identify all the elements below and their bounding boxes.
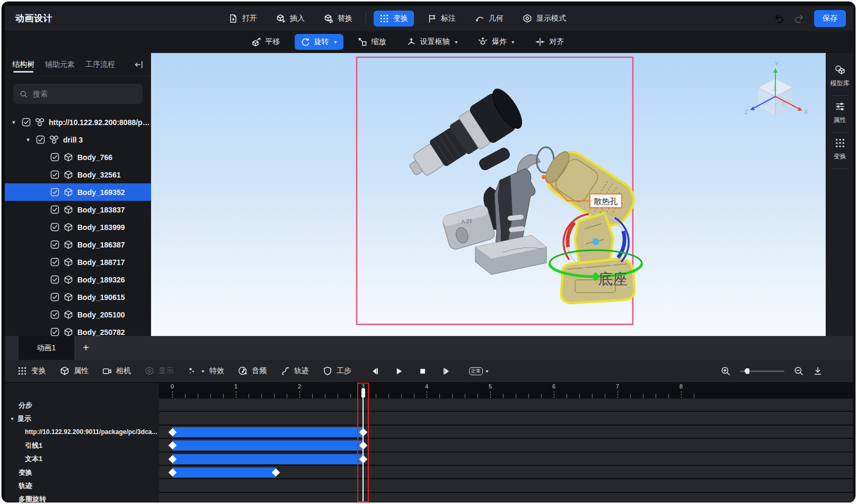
- tree-item[interactable]: Body_32561: [5, 166, 151, 183]
- collapse-sidebar-button[interactable]: [134, 60, 144, 69]
- timeline-ruler[interactable]: 012345678: [159, 383, 853, 399]
- timeline-track-row[interactable]: [159, 412, 853, 425]
- transform-mode-button[interactable]: 变换: [374, 11, 414, 26]
- checkbox-icon[interactable]: [50, 275, 59, 284]
- scale-button[interactable]: 缩放: [352, 34, 392, 50]
- checkbox-icon[interactable]: [50, 293, 59, 302]
- timeline-track-row[interactable]: [159, 399, 853, 412]
- timeline-bar[interactable]: [172, 427, 363, 437]
- timeline-track-row[interactable]: [159, 453, 853, 466]
- step-forward-button[interactable]: [442, 367, 451, 376]
- checkbox-icon[interactable]: [50, 258, 59, 267]
- tree-item[interactable]: Body_189326: [5, 271, 151, 288]
- tree-item[interactable]: Body_766: [5, 148, 151, 166]
- right-panel-model-library[interactable]: 模型库: [826, 60, 853, 94]
- tree-item[interactable]: Body_186387: [5, 236, 151, 253]
- timeline-track-row[interactable]: [159, 426, 853, 439]
- tree-item[interactable]: Body_190615: [5, 288, 151, 306]
- timeline-track-row[interactable]: [159, 493, 853, 502]
- timeline-row-label[interactable]: 轨迹: [5, 479, 159, 492]
- timeline-row-label[interactable]: 多圈旋转: [5, 493, 159, 502]
- stop-button[interactable]: [418, 367, 427, 376]
- checkbox-icon[interactable]: [50, 153, 59, 162]
- timeline-track-row[interactable]: [159, 479, 853, 492]
- tree-item[interactable]: Body_169352: [5, 183, 151, 201]
- redo-icon[interactable]: [794, 13, 805, 24]
- play-button[interactable]: [394, 367, 403, 376]
- timeline-row-label[interactable]: 引线1: [5, 439, 159, 452]
- set-pivot-button[interactable]: 设置枢轴▼: [401, 34, 464, 50]
- checkbox-icon[interactable]: [36, 135, 45, 144]
- undo-icon[interactable]: [774, 13, 784, 24]
- zoom-slider-knob[interactable]: [744, 368, 749, 374]
- timeline-track-row[interactable]: [159, 439, 853, 452]
- geometry-button[interactable]: 几何: [469, 11, 509, 26]
- timeline-zoom-slider[interactable]: [740, 370, 784, 372]
- timeline-row-label[interactable]: 分步: [5, 399, 159, 412]
- open-button[interactable]: 打开: [223, 11, 263, 26]
- playhead-line[interactable]: [363, 389, 364, 501]
- tree-item[interactable]: Body_188717: [5, 253, 151, 271]
- tab-animation-1[interactable]: 动画1: [19, 336, 74, 360]
- zoom-out-icon[interactable]: [794, 366, 803, 376]
- exploded-drill-model[interactable]: 12 V: [400, 85, 562, 275]
- timeline-camera-button[interactable]: 相机: [98, 364, 135, 378]
- rotate-button[interactable]: 旋转▼: [295, 34, 343, 50]
- timeline-bar[interactable]: [172, 467, 276, 478]
- annotation-label[interactable]: 散热孔: [590, 194, 622, 208]
- timeline-audio-button[interactable]: 音频: [234, 364, 271, 378]
- checkbox-icon[interactable]: [50, 310, 59, 319]
- pan-button[interactable]: 平移: [246, 34, 286, 50]
- checkbox-icon[interactable]: [50, 240, 59, 249]
- tree-item[interactable]: Body_183837: [5, 201, 151, 218]
- search-box[interactable]: [13, 84, 143, 104]
- timeline-row-label[interactable]: 文本1: [5, 453, 159, 466]
- checkbox-icon[interactable]: [50, 205, 59, 214]
- checkbox-icon[interactable]: [50, 223, 59, 232]
- viewport-3d[interactable]: 12 V: [151, 53, 826, 336]
- align-button[interactable]: 对齐: [529, 34, 570, 50]
- checkbox-icon[interactable]: [50, 328, 59, 336]
- timeline-row-label[interactable]: 变换: [5, 466, 159, 479]
- tree-item[interactable]: Body_205100: [5, 306, 151, 323]
- timeline-bar[interactable]: [172, 454, 363, 464]
- view-cube[interactable]: 上 前 右 Y X Z: [745, 60, 809, 116]
- tree-item[interactable]: Body_183999: [5, 218, 151, 236]
- playback-speed-selector[interactable]: 正常 ▼: [469, 367, 489, 375]
- zoom-in-icon[interactable]: [721, 366, 730, 376]
- timeline-effects-button[interactable]: ▼特效: [183, 364, 228, 378]
- replace-button[interactable]: 替换: [318, 11, 358, 26]
- annotate-button[interactable]: 标注: [421, 11, 462, 26]
- add-animation-tab-button[interactable]: +: [74, 336, 98, 360]
- display-mode-button[interactable]: 显示模式: [517, 11, 572, 26]
- tab-process-flow[interactable]: 工序流程: [85, 54, 115, 76]
- timeline-workstep-button[interactable]: 工步: [319, 364, 356, 378]
- explode-button[interactable]: 爆炸▼: [472, 34, 521, 50]
- checkbox-icon[interactable]: [50, 170, 59, 179]
- tree-expander-icon[interactable]: ▼: [10, 120, 17, 125]
- search-input[interactable]: [32, 89, 136, 99]
- tree-item[interactable]: ▼drill 3: [5, 131, 151, 148]
- right-panel-properties[interactable]: 属性: [826, 97, 853, 131]
- step-back-button[interactable]: [370, 367, 379, 376]
- viewcube-face-top[interactable]: 上: [772, 85, 778, 91]
- timeline-display-button[interactable]: 显示: [140, 364, 178, 378]
- tree-item[interactable]: Body_250782: [5, 323, 151, 336]
- timeline-properties-button[interactable]: 属性: [56, 364, 93, 378]
- timeline-row-label[interactable]: ▼显示: [5, 412, 159, 425]
- checkbox-icon[interactable]: [50, 188, 59, 197]
- tree-item[interactable]: ▼http://10.122.92.200:8088/pack...: [5, 113, 151, 131]
- checkbox-icon[interactable]: [22, 118, 31, 127]
- timeline-transform-button[interactable]: 变换: [13, 364, 50, 378]
- playhead-handle[interactable]: [361, 388, 365, 397]
- save-button[interactable]: 保存: [814, 10, 846, 27]
- tree-expander-icon[interactable]: ▼: [24, 137, 32, 143]
- right-panel-transform[interactable]: 变换: [826, 134, 853, 167]
- timeline-tracks[interactable]: 012345678: [159, 383, 853, 502]
- insert-button[interactable]: 插入: [270, 11, 311, 26]
- row-expander-icon[interactable]: ▼: [10, 417, 14, 421]
- timeline-row-label[interactable]: http://10.122.92.200:9011/package/pc/3dc…: [5, 426, 159, 439]
- export-download-icon[interactable]: [813, 366, 823, 376]
- timeline-trajectory-button[interactable]: 轨迹: [276, 364, 313, 378]
- tab-auxiliary-elements[interactable]: 辅助元素: [45, 54, 75, 76]
